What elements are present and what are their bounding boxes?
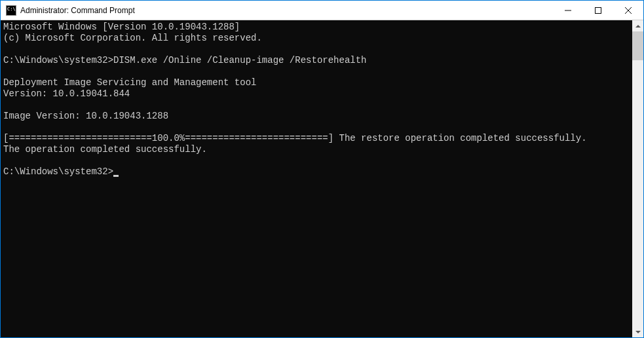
console-output[interactable]: Microsoft Windows [Version 10.0.19043.12… (1, 20, 632, 337)
console-line: [==========================100.0%=======… (3, 133, 587, 143)
svg-marker-5 (635, 331, 641, 333)
console-prompt: C:\Windows\system32> (3, 166, 113, 177)
console-line: The operation completed successfully. (3, 144, 207, 155)
window-title: Administrator: Command Prompt (20, 6, 553, 15)
console-line: Microsoft Windows [Version 10.0.19043.12… (3, 22, 240, 32)
cmd-icon (6, 5, 16, 16)
console-line: Version: 10.0.19041.844 (3, 88, 130, 99)
svg-marker-4 (635, 25, 641, 28)
console-line: C:\Windows\system32>DISM.exe /Online /Cl… (3, 55, 367, 66)
console-line: (c) Microsoft Corporation. All rights re… (3, 33, 262, 43)
minimize-button[interactable] (553, 1, 583, 20)
maximize-button[interactable] (583, 1, 613, 20)
command-prompt-window: Administrator: Command Prompt Microsoft … (0, 0, 644, 338)
console-area: Microsoft Windows [Version 10.0.19043.12… (1, 20, 643, 337)
scrollbar-down-button[interactable] (632, 326, 643, 337)
cursor (113, 175, 119, 177)
window-controls (553, 1, 643, 20)
vertical-scrollbar[interactable] (632, 20, 643, 337)
scrollbar-thumb[interactable] (632, 31, 643, 60)
console-line: Image Version: 10.0.19043.1288 (3, 111, 168, 121)
titlebar[interactable]: Administrator: Command Prompt (1, 1, 643, 20)
close-button[interactable] (613, 1, 643, 20)
svg-rect-1 (596, 7, 601, 13)
console-line: Deployment Image Servicing and Managemen… (3, 77, 256, 88)
scrollbar-track[interactable] (632, 31, 643, 326)
scrollbar-up-button[interactable] (632, 20, 643, 31)
